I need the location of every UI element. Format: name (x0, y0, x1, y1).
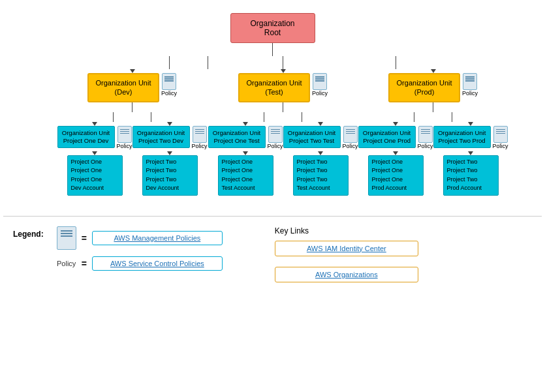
acc-p2t-2: Project Two (297, 166, 345, 175)
proj2-test-col: Organization UnitProject Two Test Policy… (283, 112, 358, 196)
ou-proj2-test-wp: Organization UnitProject Two Test Policy (283, 126, 358, 149)
proj2-prod-col: Organization UnitProject Two Prod Policy… (433, 112, 508, 196)
acc-p2p-3: Project Two (447, 175, 495, 185)
acc-p2t-4: Test Account (297, 184, 345, 193)
legend-rows: = AWS Management Policies Policy = AWS S… (57, 226, 223, 271)
aws-scp-link[interactable]: AWS Service Control Policies (92, 256, 223, 271)
diagram-container: Organization Root Organization Unit(Dev)… (0, 0, 545, 294)
ou-proj1-test-wp: Organization UnitProject One Test Policy (208, 126, 283, 149)
ou-test-with-policy: Organization Unit(Test) Policy (238, 73, 328, 102)
ou-dev-box: Organization Unit(Dev) (87, 73, 159, 102)
p2p-hline (452, 112, 490, 122)
ou-dev-policy-icon (162, 73, 176, 90)
p1p-policy-label: Policy (418, 143, 433, 149)
acc-p1d-4: Dev Account (71, 184, 119, 193)
legend-policy-text: Policy (57, 260, 76, 267)
p2d-policy-label: Policy (192, 143, 208, 149)
acc-p2d-3: Project Two (146, 175, 194, 185)
acc-p1t-4: Test Account (222, 184, 270, 193)
prod-sub-row: Organization UnitProject One Prod Policy… (358, 112, 508, 196)
aws-mgmt-label: AWS Management Policies (114, 234, 200, 242)
aws-scp-label: AWS Service Control Policies (110, 260, 204, 267)
ou-proj1-dev: Organization UnitProject One Dev (57, 126, 115, 149)
p1d-acc-arrow (92, 151, 97, 155)
acc-p1t-1: Project One (222, 158, 270, 167)
key-links-title: Key Links (275, 226, 418, 235)
proj1-test-accounts: Project One Project One Project One Test… (218, 155, 273, 196)
p1p-acc-arrow (393, 151, 398, 155)
acc-p2d-2: Project Two (146, 166, 194, 175)
ou-proj2-test: Organization UnitProject Two Test (283, 126, 341, 149)
p2t-policy-icon (343, 126, 358, 143)
acc-p1p-2: Project One (372, 166, 420, 175)
p2d-acc-arrow (167, 151, 172, 155)
p1p-policy-icon (418, 126, 433, 143)
p2p-acc-arrow (468, 151, 473, 155)
proj1-prod-col: Organization UnitProject One Prod Policy… (358, 112, 433, 196)
ou-proj1-prod-label: Organization UnitProject One Prod (363, 129, 411, 144)
proj2-dev-accounts: Project Two Project Two Project Two Dev … (142, 155, 198, 196)
ou-test-label: Organization Unit(Test) (247, 79, 302, 96)
acc-p2d-1: Project Two (146, 158, 194, 167)
ou-proj1-dev-wp: Organization UnitProject One Dev Policy (57, 126, 132, 149)
p1d-policy-label: Policy (117, 143, 132, 149)
dev-branch: Organization Unit(Dev) Policy (57, 56, 208, 196)
iam-label: AWS IAM Identity Center (307, 245, 386, 252)
proj1-dev-col: Organization UnitProject One Dev Policy … (57, 112, 132, 196)
acc-p1d-2: Project One (71, 166, 119, 175)
level1-connector: Organization Unit(Dev) Policy (57, 56, 488, 196)
legend-row-1: = AWS Management Policies (57, 226, 223, 250)
proj1-dev-accounts: Project One Project One Project One Dev … (67, 155, 123, 196)
ou-proj2-test-label: Organization UnitProject Two Test (288, 129, 335, 144)
p1p-policy: Policy (418, 126, 433, 149)
ou-prod-box: Organization Unit(Prod) (388, 73, 460, 102)
ou-prod-label: Organization Unit(Prod) (397, 79, 452, 96)
ou-dev-policy-label: Policy (161, 90, 177, 97)
acc-p2t-1: Project Two (297, 158, 345, 167)
acc-p2p-1: Project Two (447, 158, 495, 167)
ou-test-policy-label: Policy (312, 90, 328, 97)
prod-branch: Organization Unit(Prod) Policy Org (358, 56, 508, 196)
p2p-policy-icon (493, 126, 508, 143)
ou-dev-policy: Policy (161, 73, 177, 97)
dev-to-sub (132, 102, 132, 112)
prod-hline (396, 56, 471, 69)
ou-proj1-prod-wp: Organization UnitProject One Prod Policy (358, 126, 433, 149)
p2p-policy: Policy (493, 126, 508, 149)
acc-p2d-4: Dev Account (146, 184, 194, 193)
ou-proj1-test-label: Organization UnitProject One Test (213, 129, 260, 144)
ou-proj2-prod-label: Organization UnitProject Two Prod (438, 129, 486, 144)
aws-org-label: AWS Organizations (315, 271, 378, 279)
ou-dev-label: Organization Unit(Dev) (96, 79, 151, 96)
legend-section: Legend: = AWS Management Policies Policy… (3, 216, 542, 288)
p2p-policy-label: Policy (493, 143, 508, 149)
ou-prod-with-policy: Organization Unit(Prod) Policy (388, 73, 478, 102)
legend-title-area: Legend: (13, 226, 44, 239)
acc-p2p-2: Project Two (447, 166, 495, 175)
legend-eq1: = (82, 233, 87, 243)
proj1-test-col: Organization UnitProject One Test Policy… (208, 112, 283, 196)
dev-sub-row: Organization UnitProject One Dev Policy … (57, 112, 208, 196)
proj2-prod-accounts: Project Two Project Two Project Two Prod… (443, 155, 499, 196)
p1d-hline (76, 112, 114, 122)
root-label: Organization Root (250, 19, 294, 37)
p1t-policy-icon (268, 126, 283, 143)
p1d-policy-icon (117, 126, 132, 143)
p1t-policy-label: Policy (268, 143, 283, 149)
legend-eq2: = (82, 258, 87, 269)
aws-mgmt-policies-link[interactable]: AWS Management Policies (92, 231, 223, 245)
acc-p1t-3: Project One (222, 175, 270, 185)
acc-p1p-4: Prod Account (372, 184, 420, 193)
ou-proj1-dev-label: Organization UnitProject One Dev (62, 129, 110, 144)
p2d-policy-icon (193, 126, 207, 143)
ou-test-policy: Policy (312, 73, 328, 97)
acc-p1d-3: Project One (71, 175, 119, 185)
root-vline (272, 43, 273, 56)
p1t-hline (226, 112, 264, 122)
p2t-policy-label: Policy (343, 143, 358, 149)
aws-organizations-link[interactable]: AWS Organizations (275, 267, 418, 282)
legend-title: Legend: (13, 230, 44, 239)
acc-p2p-4: Prod Account (447, 184, 495, 193)
ou-proj1-prod: Organization UnitProject One Prod (358, 126, 416, 149)
iam-identity-center-link[interactable]: AWS IAM Identity Center (275, 241, 418, 256)
